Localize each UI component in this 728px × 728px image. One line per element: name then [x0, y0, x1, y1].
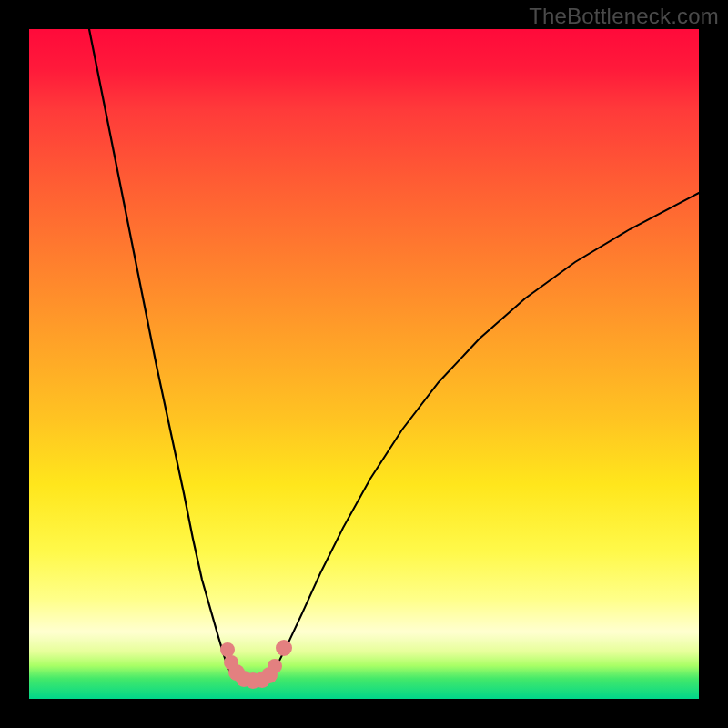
- valley-marker: [276, 640, 292, 656]
- watermark-text: TheBottleneck.com: [529, 4, 719, 29]
- valley-marker: [220, 642, 235, 657]
- plot-area: [29, 29, 699, 699]
- chart-frame: TheBottleneck.com: [0, 0, 728, 728]
- valley-marker: [268, 659, 282, 673]
- bottleneck-curve: [89, 29, 699, 681]
- valley-markers: [220, 640, 292, 689]
- curve-layer: [29, 29, 699, 699]
